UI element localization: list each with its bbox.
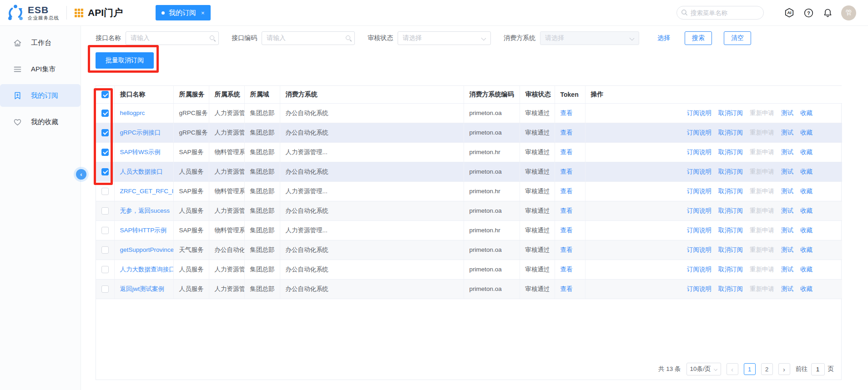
row-checkbox[interactable] [101,188,109,195]
action-test-link[interactable]: 测试 [781,148,793,156]
sidebar-item-api-market[interactable]: API集市 [0,58,81,80]
api-name-link[interactable]: ZRFC_GET_RFC_IN... [120,188,174,195]
ai-assistant-icon[interactable]: AI [784,7,795,18]
action-cancel-subscribe-link[interactable]: 取消订阅 [718,148,743,156]
api-name-link[interactable]: SAP转WS示例 [120,149,161,155]
action-test-link[interactable]: 测试 [781,246,793,254]
row-checkbox[interactable] [101,149,109,156]
action-test-link[interactable]: 测试 [781,285,793,293]
action-subscribe-note-link[interactable]: 订阅说明 [687,226,712,235]
token-view-link[interactable]: 查看 [560,110,573,116]
action-subscribe-note-link[interactable]: 订阅说明 [687,148,712,156]
api-name-link[interactable]: 人员大数据接口 [120,168,163,175]
action-test-link[interactable]: 测试 [781,226,793,235]
row-checkbox[interactable] [101,168,109,175]
action-favorite-link[interactable]: 收藏 [800,246,812,254]
api-name-link[interactable]: 返回jwt测试案例 [120,285,165,292]
bell-icon[interactable] [823,8,833,18]
api-name-link[interactable]: gRPC示例接口 [120,129,161,136]
action-favorite-link[interactable]: 收藏 [800,207,812,215]
action-test-link[interactable]: 测试 [781,129,793,137]
page-number-button[interactable]: 1 [744,363,756,375]
api-name-link[interactable]: 无参，返回sucess [120,207,170,214]
action-test-link[interactable]: 测试 [781,168,793,176]
tab-my-subscriptions[interactable]: 我的订阅 × [156,5,211,20]
page-size-select[interactable]: 10条/页 [686,363,721,375]
action-favorite-link[interactable]: 收藏 [800,109,812,117]
select-all-checkbox[interactable] [101,91,109,98]
row-checkbox[interactable] [101,285,109,293]
portal-title-group: API门户 [74,6,123,19]
help-icon[interactable]: ? [803,8,814,18]
token-view-link[interactable]: 查看 [560,246,573,253]
action-favorite-link[interactable]: 收藏 [800,265,812,274]
token-view-link[interactable]: 查看 [560,266,573,273]
action-reapply-link: 重新申请 [750,265,774,274]
api-name-link[interactable]: hellogprc [120,110,145,116]
action-favorite-link[interactable]: 收藏 [800,226,812,235]
row-checkbox[interactable] [101,227,109,234]
sidebar-item-my-favorites[interactable]: 我的收藏 [0,110,81,133]
menu-search[interactable] [676,6,764,20]
sidebar-collapse-handle[interactable]: ‹ [76,169,86,180]
api-name-link[interactable]: getSupportProvince [120,246,174,253]
action-subscribe-note-link[interactable]: 订阅说明 [687,265,712,274]
token-view-link[interactable]: 查看 [560,149,573,155]
action-cancel-subscribe-link[interactable]: 取消订阅 [718,168,743,176]
sidebar-item-my-subscriptions[interactable]: 我的订阅 [0,84,81,107]
action-subscribe-note-link[interactable]: 订阅说明 [687,129,712,137]
action-favorite-link[interactable]: 收藏 [800,168,812,176]
action-cancel-subscribe-link[interactable]: 取消订阅 [718,285,743,293]
search-button[interactable]: 搜索 [685,31,712,45]
action-cancel-subscribe-link[interactable]: 取消订阅 [718,129,743,137]
token-view-link[interactable]: 查看 [560,168,573,175]
action-subscribe-note-link[interactable]: 订阅说明 [687,207,712,215]
action-subscribe-note-link[interactable]: 订阅说明 [687,168,712,176]
batch-cancel-subscribe-button[interactable]: 批量取消订阅 [96,52,154,69]
action-cancel-subscribe-link[interactable]: 取消订阅 [718,187,743,195]
filter-input-1[interactable]: 请输入 [262,31,355,45]
action-favorite-link[interactable]: 收藏 [800,129,812,137]
sidebar-item-workbench[interactable]: 工作台 [0,31,81,54]
api-name-link[interactable]: SAP转HTTP示例 [120,227,167,234]
row-checkbox[interactable] [101,207,109,215]
action-test-link[interactable]: 测试 [781,187,793,195]
user-avatar[interactable]: 管 [841,5,856,20]
next-page-button[interactable]: › [778,363,790,375]
action-test-link[interactable]: 测试 [781,207,793,215]
action-cancel-subscribe-link[interactable]: 取消订阅 [718,265,743,274]
action-cancel-subscribe-link[interactable]: 取消订阅 [718,207,743,215]
action-subscribe-note-link[interactable]: 订阅说明 [687,246,712,254]
action-favorite-link[interactable]: 收藏 [800,148,812,156]
row-checkbox[interactable] [101,266,109,273]
token-view-link[interactable]: 查看 [560,227,573,234]
row-checkbox[interactable] [101,129,109,136]
consumer-system-select-link[interactable]: 选择 [657,34,670,42]
row-checkbox[interactable] [101,246,109,254]
menu-search-input[interactable] [676,6,764,20]
action-favorite-link[interactable]: 收藏 [800,187,812,195]
action-test-link[interactable]: 测试 [781,265,793,274]
row-checkbox-cell [96,279,114,299]
action-test-link[interactable]: 测试 [781,109,793,117]
token-view-link[interactable]: 查看 [560,207,573,214]
token-view-link[interactable]: 查看 [560,285,573,292]
token-view-link[interactable]: 查看 [560,188,573,195]
action-favorite-link[interactable]: 收藏 [800,285,812,293]
action-subscribe-note-link[interactable]: 订阅说明 [687,285,712,293]
filter-input-0[interactable]: 请输入 [126,31,219,45]
token-view-link[interactable]: 查看 [560,129,573,136]
action-links: 订阅说明取消订阅重新申请测试收藏 [591,226,837,235]
action-subscribe-note-link[interactable]: 订阅说明 [687,109,712,117]
filter-select-2[interactable]: 请选择 [398,31,491,45]
tab-close-icon[interactable]: × [201,10,205,16]
goto-page-input[interactable] [811,363,825,375]
action-cancel-subscribe-link[interactable]: 取消订阅 [718,226,743,235]
action-subscribe-note-link[interactable]: 订阅说明 [687,187,712,195]
action-cancel-subscribe-link[interactable]: 取消订阅 [718,109,743,117]
row-checkbox[interactable] [101,110,109,117]
clear-button[interactable]: 清空 [724,31,751,45]
action-cancel-subscribe-link[interactable]: 取消订阅 [718,246,743,254]
api-name-link[interactable]: 人力大数据查询接口 [120,266,174,273]
page-number-button[interactable]: 2 [761,363,773,375]
